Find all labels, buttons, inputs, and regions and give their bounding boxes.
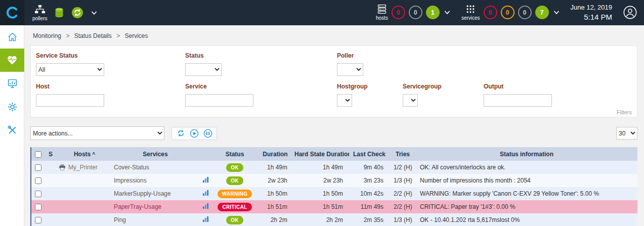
page-size-select[interactable]: 30 — [616, 127, 637, 140]
sidebar-item-home[interactable] — [0, 25, 24, 49]
services-status[interactable]: services — [461, 4, 480, 21]
services-table: S Hosts^ Services Status Duration Hard S… — [30, 147, 637, 226]
service-link[interactable]: MarkerSupply-Usage — [112, 190, 198, 197]
filter-output: Output — [484, 83, 632, 107]
service-link[interactable]: Impressions — [112, 177, 198, 184]
breadcrumb-separator: > — [66, 32, 69, 39]
pollers-status[interactable]: pollers — [32, 5, 47, 21]
service-status-select[interactable]: All — [36, 63, 104, 76]
service-label: Service — [185, 83, 337, 90]
hosts-down-counter[interactable]: 0 — [392, 6, 405, 19]
tries-cell: 1/3 (H) — [390, 177, 416, 184]
services-dropdown-chevron[interactable] — [553, 10, 560, 15]
play-button[interactable] — [189, 128, 199, 139]
gear-icon — [7, 102, 18, 112]
printer-icon — [59, 164, 66, 170]
row-checkbox[interactable] — [35, 191, 41, 197]
service-status-label: Service Status — [36, 52, 185, 59]
status-select[interactable] — [185, 63, 222, 76]
host-input[interactable] — [36, 94, 104, 107]
date-text: June 12, 2019 — [571, 4, 612, 12]
header-status[interactable]: Status — [212, 151, 257, 158]
host-cell[interactable]: My_Printer — [57, 164, 112, 171]
select-all-checkbox[interactable] — [35, 151, 41, 158]
header-last-check[interactable]: Last Check — [349, 151, 390, 158]
hosts-unreachable-counter[interactable]: 0 — [409, 6, 422, 19]
pause-button[interactable] — [203, 128, 213, 139]
hostgroup-select[interactable] — [337, 94, 352, 107]
status-label: Status — [185, 52, 337, 59]
header-tries[interactable]: Tries — [390, 151, 416, 158]
poller-select[interactable] — [337, 63, 363, 76]
more-actions-select[interactable]: More actions... — [30, 126, 164, 140]
host-label: Host — [36, 83, 185, 90]
header-services[interactable]: Services — [112, 151, 198, 158]
header-hard-state-duration[interactable]: Hard State Duration — [293, 151, 349, 158]
pollers-dropdown-chevron[interactable] — [91, 11, 97, 15]
refresh-button[interactable] — [176, 128, 186, 139]
sidebar-item-monitoring[interactable] — [0, 49, 24, 72]
tries-cell: 1/3 (H) — [390, 216, 416, 223]
services-label: services — [461, 15, 480, 21]
filter-service: Service — [185, 83, 337, 107]
pollers-label: pollers — [32, 16, 47, 21]
actions-row: More actions... — [30, 126, 637, 140]
services-ok-counter[interactable]: 7 — [535, 6, 549, 19]
sidebar-item-administration[interactable] — [0, 118, 24, 142]
row-checkbox[interactable] — [35, 177, 41, 184]
services-unknown-counter[interactable]: 0 — [518, 6, 532, 19]
service-link[interactable]: Cover-Status — [112, 164, 198, 171]
centreon-logo[interactable] — [0, 0, 24, 25]
services-critical-counter[interactable]: 0 — [484, 6, 497, 19]
sidebar-item-reporting[interactable] — [0, 72, 24, 95]
sidebar-item-configuration[interactable] — [0, 95, 24, 118]
row-checkbox[interactable] — [35, 204, 41, 210]
last-check-cell: 2m 35s — [349, 216, 390, 223]
status-badge: OK — [226, 176, 243, 185]
tries-cell: 2/2 (H) — [390, 190, 416, 197]
row-checkbox[interactable] — [35, 217, 41, 223]
home-icon — [7, 32, 18, 42]
sort-asc-icon: ^ — [92, 152, 95, 157]
hosts-icon — [376, 4, 388, 14]
filter-servicegroup: Servicegroup — [403, 83, 484, 107]
header-status-information[interactable]: Status information — [416, 151, 637, 158]
status-badge: OK — [226, 163, 243, 172]
header-hosts[interactable]: Hosts^ — [57, 151, 112, 158]
servicegroup-select[interactable] — [403, 94, 418, 107]
centreon-c-icon — [6, 6, 19, 19]
filter-poller: Poller — [337, 52, 632, 76]
breadcrumb-status-details[interactable]: Status Details — [74, 32, 112, 39]
database-ok-icon[interactable] — [54, 7, 65, 19]
hosts-status[interactable]: hosts — [376, 4, 388, 21]
pollers-cluster: pollers — [24, 5, 105, 21]
filter-panel: Service Status All Status Poller Host Se… — [30, 46, 637, 117]
header-severity[interactable]: S — [45, 151, 57, 158]
filters-toggle[interactable]: Filters — [617, 109, 632, 115]
graph-icon[interactable] — [202, 176, 209, 183]
graph-icon[interactable] — [202, 190, 209, 196]
main-content: Monitoring > Status Details > Services S… — [24, 25, 644, 226]
hosts-up-counter[interactable]: 1 — [426, 6, 440, 19]
status-badge: CRITICAL — [218, 203, 251, 211]
hosts-dropdown-chevron[interactable] — [444, 10, 450, 15]
sync-ok-icon[interactable] — [71, 7, 83, 19]
service-link[interactable]: Ping — [112, 216, 198, 223]
services-warning-counter[interactable]: 0 — [501, 6, 514, 19]
chevron-down-icon — [553, 10, 560, 15]
duration-cell: 1h 50m — [257, 190, 293, 197]
graph-icon[interactable] — [202, 203, 209, 209]
status-information-cell: OK - 10.40.1.202 rta 5,617mslost 0% — [416, 216, 637, 223]
row-checkbox[interactable] — [35, 164, 41, 171]
tools-icon — [7, 125, 18, 135]
graph-icon[interactable] — [202, 216, 209, 222]
service-link[interactable]: PaperTray-Usage — [112, 203, 198, 210]
output-input[interactable] — [484, 94, 552, 107]
output-label: Output — [484, 83, 632, 90]
user-profile-icon[interactable] — [623, 6, 637, 19]
service-input[interactable] — [185, 94, 253, 107]
pause-icon — [203, 129, 212, 138]
header-duration[interactable]: Duration — [257, 151, 293, 158]
servicegroup-label: Servicegroup — [403, 83, 484, 90]
breadcrumb-monitoring[interactable]: Monitoring — [33, 32, 61, 39]
